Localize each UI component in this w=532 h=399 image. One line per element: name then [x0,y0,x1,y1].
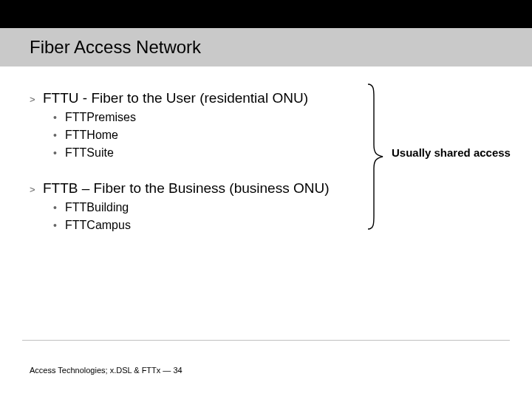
subbullet-text: FTTPremises [65,111,136,124]
bullet-text: FTTB – Fiber to the Business (business O… [43,180,330,197]
subbullet-fttcampus: • FTTCampus [53,219,502,232]
subbullet-text: FTTHome [65,129,118,142]
subbullet-marker: • [53,130,65,140]
bullet-fttb: > FTTB – Fiber to the Business (business… [30,180,502,197]
title-bar: Fiber Access Network [0,28,532,66]
slide-title: Fiber Access Network [30,37,201,58]
subbullet-marker: • [53,202,65,213]
subbullet-text: FTTSuite [65,146,114,160]
bullet-text: FTTU - Fiber to the User (residential ON… [43,90,308,106]
subbullet-ftthome: • FTTHome [53,129,502,142]
subbullet-marker: • [53,112,65,123]
curly-brace-icon [364,83,386,231]
subbullet-marker: • [53,220,65,231]
top-black-bar [0,0,532,28]
subbullet-fttpremises: • FTTPremises [53,111,502,124]
subbullet-marker: • [53,148,65,158]
footer-text: Access Technologies; x.DSL & FTTx — 34 [30,366,183,375]
subbullet-text: FTTBuilding [65,201,129,214]
bullet-fttu: > FTTU - Fiber to the User (residential … [30,90,502,106]
footer-separator [22,340,510,341]
subbullet-fttbuilding: • FTTBuilding [53,201,502,214]
annotation-shared-access: Usually shared access [392,146,511,159]
subbullet-text: FTTCampus [65,219,131,232]
bullet-marker: > [30,184,43,196]
bullet-marker: > [30,94,43,106]
